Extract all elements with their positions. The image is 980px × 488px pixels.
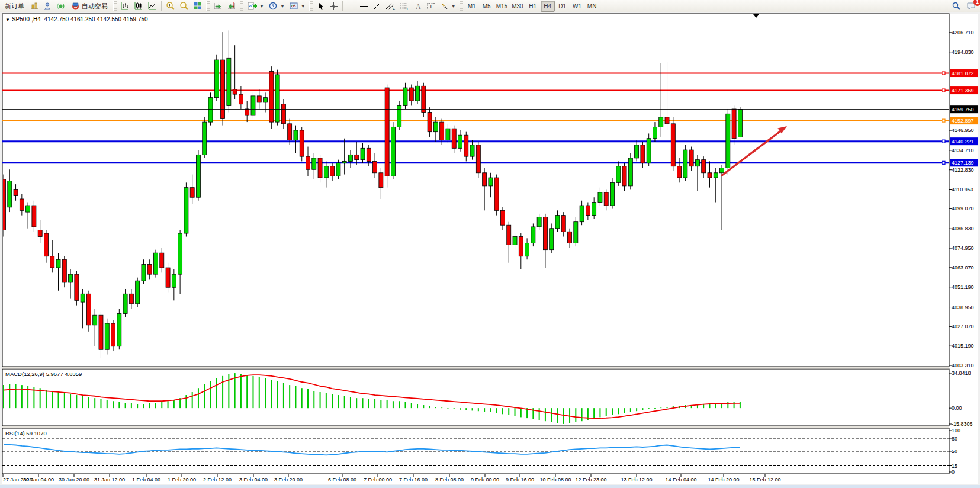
- fibonacci-button[interactable]: F: [398, 1, 412, 12]
- timeframe-mn-button[interactable]: MN: [585, 1, 599, 12]
- shapes-button[interactable]: ▼: [438, 1, 458, 12]
- panel-splitter[interactable]: [2, 426, 949, 428]
- toolbar: 新订单 自动交易: [0, 0, 980, 12]
- search-icon: [952, 1, 961, 11]
- macd-panel[interactable]: [2, 369, 949, 426]
- svg-text:4051.190: 4051.190: [952, 284, 974, 290]
- svg-text:4015.190: 4015.190: [952, 343, 974, 349]
- svg-text:1 Feb 04:00: 1 Feb 04:00: [132, 477, 160, 483]
- collapse-triangle-icon[interactable]: ▼: [5, 17, 10, 23]
- timeframe-w1-button[interactable]: W1: [570, 1, 584, 12]
- market-watch-button[interactable]: [28, 1, 41, 12]
- periods-button[interactable]: ▼: [266, 1, 287, 12]
- svg-text:9 Feb 16:00: 9 Feb 16:00: [506, 477, 534, 483]
- svg-text:1 Feb 20:00: 1 Feb 20:00: [168, 477, 196, 483]
- hline-button[interactable]: [358, 1, 370, 12]
- svg-text:14 Feb 04:00: 14 Feb 04:00: [665, 477, 696, 483]
- chart-candles-button[interactable]: [132, 1, 145, 12]
- notifications-button[interactable]: 1: [963, 0, 979, 12]
- dropdown-arrow-icon: ▼: [451, 4, 456, 9]
- templates-button[interactable]: ▼: [287, 1, 307, 12]
- signals-button[interactable]: [54, 1, 67, 12]
- panel-splitter[interactable]: [2, 367, 949, 369]
- cursor-icon: [316, 2, 325, 11]
- autotrading-button[interactable]: 自动交易: [68, 1, 111, 12]
- svg-text:7 Feb 16:00: 7 Feb 16:00: [399, 477, 428, 483]
- new-order-button[interactable]: 新订单: [1, 1, 28, 12]
- chart-shift-button[interactable]: [225, 1, 238, 12]
- timeframe-m15-button[interactable]: M15: [494, 1, 509, 12]
- timeframe-m1-button[interactable]: M1: [465, 1, 479, 12]
- rsi-label: RSI(14) 59.1070: [5, 430, 47, 436]
- svg-text:4074.950: 4074.950: [952, 245, 974, 251]
- svg-text:4146.950: 4146.950: [952, 127, 974, 133]
- svg-text:0: 0: [952, 469, 955, 475]
- toolbar-drag-handle[interactable]: [309, 1, 313, 11]
- zoom-out-button[interactable]: [178, 1, 191, 12]
- search-button[interactable]: [950, 1, 963, 12]
- svg-text:15 Feb 12:00: 15 Feb 12:00: [749, 477, 780, 483]
- svg-text:0.00: 0.00: [952, 405, 962, 411]
- chart-line-button[interactable]: [146, 1, 159, 12]
- text-button[interactable]: A: [412, 1, 424, 12]
- svg-text:4194.830: 4194.830: [952, 49, 974, 55]
- svg-text:4122.830: 4122.830: [952, 167, 974, 173]
- vline-button[interactable]: [345, 1, 357, 12]
- svg-text:4181.872: 4181.872: [952, 70, 974, 76]
- navigator-button[interactable]: [41, 1, 54, 12]
- equidistant-channel-icon: E: [385, 2, 396, 11]
- autotrading-icon: [71, 2, 80, 11]
- chart-canvas[interactable]: 4206.7104194.8304146.9504134.7104122.830…: [0, 0, 980, 488]
- auto-scroll-icon: [213, 1, 223, 11]
- zoom-out-icon: [179, 1, 189, 11]
- svg-text:12 Feb 23:00: 12 Feb 23:00: [575, 477, 606, 483]
- dropdown-arrow-icon: ▼: [259, 4, 264, 9]
- window-bottom-edge: [0, 485, 980, 488]
- svg-text:4099.070: 4099.070: [952, 206, 974, 211]
- toolbar-drag-handle[interactable]: [206, 1, 210, 11]
- svg-text:7 Feb 00:00: 7 Feb 00:00: [364, 477, 392, 483]
- indicators-button[interactable]: ▼: [245, 1, 266, 12]
- text-label-button[interactable]: T: [425, 1, 438, 12]
- timeframe-h4-button[interactable]: H4: [541, 1, 555, 12]
- horizontal-line-icon: [359, 2, 368, 11]
- timeframe-h1-button[interactable]: H1: [526, 1, 540, 12]
- svg-text:30 Jan 04:00: 30 Jan 04:00: [23, 477, 54, 483]
- trendline-button[interactable]: [371, 1, 383, 12]
- dropdown-arrow-icon: ▼: [301, 4, 306, 9]
- auto-scroll-button[interactable]: [211, 1, 224, 12]
- svg-text:3 Feb 04:00: 3 Feb 04:00: [239, 477, 268, 483]
- chart-shift-icon: [227, 1, 236, 11]
- navigator-icon: [43, 2, 52, 11]
- toolbar-drag-handle[interactable]: [460, 1, 463, 11]
- vertical-line-icon: [347, 2, 355, 11]
- svg-text:4086.830: 4086.830: [952, 226, 974, 232]
- svg-text:34.8418: 34.8418: [952, 370, 971, 376]
- notification-count-badge: 1: [973, 0, 980, 6]
- chart-bars-button[interactable]: [118, 1, 131, 12]
- svg-text:30 Jan 20:00: 30 Jan 20:00: [59, 477, 89, 483]
- svg-text:2 Feb 12:00: 2 Feb 12:00: [203, 477, 232, 483]
- svg-text:3 Feb 20:00: 3 Feb 20:00: [274, 477, 303, 483]
- cursor-button[interactable]: [314, 1, 327, 12]
- svg-text:31 Jan 12:00: 31 Jan 12:00: [94, 477, 125, 483]
- svg-text:13 Feb 12:00: 13 Feb 12:00: [621, 477, 652, 483]
- trendline-icon: [372, 2, 381, 11]
- channel-button[interactable]: E: [384, 1, 397, 12]
- market-watch-icon: [30, 2, 39, 11]
- main-panel[interactable]: [2, 14, 949, 367]
- candlestick-chart-icon: [134, 1, 143, 11]
- crosshair-button[interactable]: [327, 1, 340, 12]
- svg-text:4134.710: 4134.710: [952, 147, 974, 153]
- svg-text:14 Feb 20:00: 14 Feb 20:00: [708, 477, 739, 483]
- svg-text:E: E: [393, 7, 395, 11]
- timeframe-d1-button[interactable]: D1: [555, 1, 570, 12]
- zoom-in-button[interactable]: [164, 1, 177, 12]
- timeframe-m30-button[interactable]: M30: [510, 1, 525, 12]
- tile-windows-button[interactable]: [191, 1, 204, 12]
- bar-chart-icon: [120, 1, 130, 11]
- svg-text:4152.897: 4152.897: [952, 118, 974, 124]
- toolbar-drag-handle[interactable]: [240, 1, 243, 11]
- timeframe-m5-button[interactable]: M5: [480, 1, 494, 12]
- toolbar-drag-handle[interactable]: [113, 1, 117, 11]
